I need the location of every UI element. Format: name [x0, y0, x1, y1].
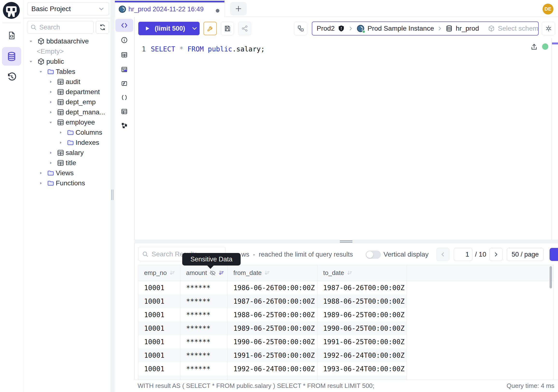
table-cell[interactable] — [407, 375, 554, 380]
page-input[interactable]: 1 — [454, 248, 472, 261]
table-cell[interactable]: 10001 — [138, 295, 180, 308]
chevron-right-icon[interactable] — [48, 160, 53, 165]
chevron-right-icon[interactable] — [48, 100, 53, 105]
table-cell[interactable]: ****** — [180, 375, 227, 380]
chevron-right-icon[interactable] — [48, 110, 53, 115]
save-button[interactable] — [221, 22, 234, 35]
chevron-down-icon[interactable] — [28, 59, 34, 64]
table-cell[interactable]: ****** — [180, 362, 227, 375]
rail-item-worksheets[interactable] — [7, 31, 16, 40]
strip-item-info[interactable] — [121, 37, 128, 44]
results-scrollbar[interactable] — [549, 266, 552, 288]
table-cell[interactable]: 1987-06-26T00:00:00Z — [227, 295, 317, 308]
table-cell[interactable]: 10001 — [138, 281, 180, 295]
table-row[interactable]: 10001******1988-06-25T00:00:00Z1989-06-2… — [138, 308, 554, 322]
table-cell[interactable] — [407, 335, 554, 348]
strip-item-table[interactable] — [121, 52, 128, 58]
table-cell[interactable]: 1988-06-25T00:00:00Z — [317, 295, 407, 308]
table-cell[interactable]: ****** — [180, 295, 227, 308]
tree-item--empty-[interactable]: <Empty> — [23, 46, 111, 56]
tree-item-functions[interactable]: Functions — [23, 178, 111, 188]
column-header-empty[interactable] — [407, 265, 554, 281]
strip-item-schema-diagram[interactable] — [121, 122, 128, 129]
refresh-button[interactable] — [96, 21, 109, 34]
rail-item-history[interactable] — [7, 72, 17, 82]
sort-icon[interactable] — [347, 270, 353, 276]
tree-item-salary[interactable]: salary — [23, 148, 111, 158]
strip-item-table-search[interactable] — [121, 66, 128, 73]
upload-icon[interactable] — [531, 43, 538, 51]
ai-assistant-button[interactable] — [542, 22, 555, 35]
table-cell[interactable]: 10001 — [138, 348, 180, 362]
sort-icon[interactable] — [169, 270, 175, 276]
new-tab-button[interactable] — [230, 2, 247, 16]
strip-item-function[interactable] — [121, 80, 128, 87]
editor-code-line[interactable]: SELECT * FROM public.salary; — [151, 45, 265, 53]
next-page-button[interactable] — [489, 248, 503, 261]
avatar[interactable]: DE — [542, 4, 553, 15]
column-header-from_date[interactable]: from_date — [227, 265, 317, 281]
strip-item-sql-editor[interactable] — [115, 19, 133, 32]
rail-item-databases[interactable] — [2, 47, 21, 66]
run-button[interactable]: (limit 500) — [138, 22, 200, 35]
chevron-right-icon[interactable] — [38, 171, 44, 175]
tree-item-tables[interactable]: Tables — [23, 67, 111, 77]
vertical-display-toggle[interactable] — [366, 251, 381, 259]
chevron-right-icon[interactable] — [48, 89, 53, 94]
format-button[interactable] — [203, 22, 217, 35]
table-cell[interactable]: 10001 — [138, 322, 180, 335]
sidebar-search-input[interactable]: Search — [27, 21, 94, 34]
table-row[interactable]: 10001******1989-06-25T00:00:00Z1990-06-2… — [138, 322, 554, 335]
chevron-down-icon[interactable] — [38, 69, 44, 74]
table-cell[interactable]: 1992-06-24T00:00:00Z — [227, 362, 317, 375]
prev-page-button[interactable] — [436, 248, 449, 261]
chevron-down-icon[interactable] — [48, 120, 53, 125]
column-header-to_date[interactable]: to_date — [317, 265, 407, 281]
table-cell[interactable]: 1993-06-24T00:00:00Z — [317, 362, 407, 375]
table-row[interactable]: 10001******1987-06-26T00:00:00Z1988-06-2… — [138, 295, 554, 308]
table-row[interactable]: 10001******1990-06-25T00:00:00Z1991-06-2… — [138, 335, 554, 348]
panel-splitter[interactable] — [134, 240, 558, 243]
share-button[interactable] — [238, 22, 251, 35]
table-cell[interactable] — [407, 362, 554, 375]
table-cell[interactable]: 1987-06-26T00:00:00Z — [317, 281, 407, 295]
column-header-emp_no[interactable]: emp_no — [138, 265, 180, 281]
column-header-amount[interactable]: amount — [180, 265, 227, 281]
table-cell[interactable]: 10001 — [138, 335, 180, 348]
tree-item-dept-emp[interactable]: dept_emp — [23, 97, 111, 107]
tree-item-public[interactable]: public — [23, 56, 111, 67]
tab-active[interactable]: hr_prod 2024-11-22 16:49 — [115, 0, 225, 17]
table-cell[interactable]: ****** — [180, 281, 227, 295]
table-cell[interactable]: ****** — [180, 335, 227, 348]
table-cell[interactable]: 10001 — [138, 375, 180, 380]
strip-item-procedure[interactable] — [121, 94, 128, 101]
table-cell[interactable]: 1994-06-24T00:00:00Z — [317, 375, 407, 380]
table-cell[interactable]: ****** — [180, 308, 227, 322]
tree-item-employee[interactable]: employee — [23, 117, 111, 127]
project-select[interactable]: Basic Project — [27, 2, 109, 16]
chevron-right-icon[interactable] — [48, 79, 53, 84]
page-size-select[interactable]: 50 / page — [507, 248, 543, 261]
table-cell[interactable]: 10001 — [138, 362, 180, 375]
table-row[interactable]: 10001******1991-06-25T00:00:00Z1992-06-2… — [138, 348, 554, 362]
tree-item-department[interactable]: department — [23, 87, 111, 97]
strip-item-external-table[interactable] — [121, 108, 128, 115]
chevron-right-icon[interactable] — [48, 150, 53, 155]
table-row[interactable]: 10001******1993-06-24T00:00:00Z1994-06-2… — [138, 375, 554, 380]
table-cell[interactable] — [407, 322, 554, 335]
tree-item-columns[interactable]: Columns — [23, 127, 111, 138]
app-logo[interactable] — [3, 2, 20, 19]
table-cell[interactable] — [407, 348, 554, 362]
table-cell[interactable]: ****** — [180, 322, 227, 335]
tree-item-title[interactable]: title — [23, 158, 111, 168]
tree-item-dept-mana-[interactable]: dept_mana... — [23, 107, 111, 117]
table-row[interactable]: 10001******1992-06-24T00:00:00Z1993-06-2… — [138, 362, 554, 375]
table-cell[interactable]: 1990-06-25T00:00:00Z — [317, 322, 407, 335]
table-cell[interactable]: 1989-06-25T00:00:00Z — [317, 308, 407, 322]
connection-breadcrumb[interactable]: Prod2 Prod Sample Instance hr_prod Selec… — [312, 21, 539, 35]
sort-icon[interactable] — [264, 270, 270, 276]
table-cell[interactable]: 1993-06-24T00:00:00Z — [227, 375, 317, 380]
table-cell[interactable]: 1986-06-26T00:00:00Z — [227, 281, 317, 295]
table-cell[interactable]: 1991-06-25T00:00:00Z — [317, 335, 407, 348]
table-cell[interactable] — [407, 308, 554, 322]
